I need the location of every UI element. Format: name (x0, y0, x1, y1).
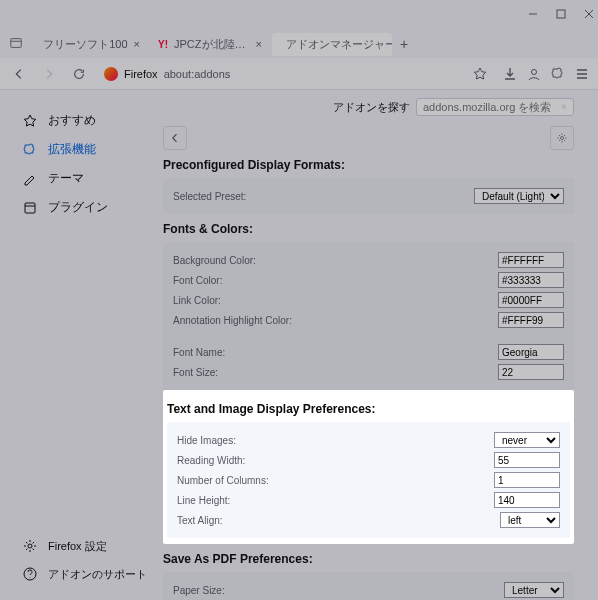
addon-back-button[interactable] (163, 126, 187, 150)
yahoo-icon: Y! (158, 37, 168, 51)
tab-2[interactable]: アドオンマネージャー× (272, 33, 392, 56)
sidebar-item-label: Firefox 設定 (48, 539, 107, 554)
columns-label: Number of Columns: (177, 475, 494, 486)
hide-images-select[interactable]: never (494, 432, 560, 448)
downloads-icon[interactable] (502, 66, 518, 82)
font-color-label: Font Color: (173, 275, 498, 286)
fonts-colors-title: Fonts & Colors: (163, 222, 574, 236)
bg-color-input[interactable] (498, 252, 564, 268)
sidebar-item-label: テーマ (48, 170, 84, 187)
selected-preset-select[interactable]: Default (Light) (474, 188, 564, 204)
search-label: アドオンを探す (333, 100, 410, 115)
reading-width-input[interactable] (494, 452, 560, 468)
window-controls (0, 0, 598, 30)
text-align-select[interactable]: left (500, 512, 560, 528)
menu-icon[interactable] (574, 66, 590, 82)
close-icon[interactable]: × (256, 38, 262, 50)
line-height-input[interactable] (494, 492, 560, 508)
pdf-prefs-box: Paper Size:Letter Include Header/Footer:… (163, 572, 574, 600)
bg-color-label: Background Color: (173, 255, 498, 266)
search-input[interactable] (423, 101, 561, 113)
font-name-label: Font Name: (173, 347, 498, 358)
svg-point-3 (532, 69, 537, 74)
sidebar-item-recommend[interactable]: おすすめ (18, 106, 155, 135)
address-bar[interactable]: Firefox about:addons (98, 66, 494, 82)
url-prefix: Firefox (124, 68, 158, 80)
minimize-button[interactable] (528, 9, 538, 21)
text-image-section: Text and Image Display Preferences: Hide… (163, 390, 574, 544)
svg-rect-4 (25, 203, 35, 213)
text-image-title: Text and Image Display Preferences: (167, 402, 570, 416)
sidebar-item-themes[interactable]: テーマ (18, 164, 155, 193)
forward-button[interactable] (38, 63, 60, 85)
link-color-input[interactable] (498, 292, 564, 308)
annotation-color-input[interactable] (498, 312, 564, 328)
svg-rect-2 (36, 44, 37, 45)
recent-tabs-button[interactable] (6, 36, 26, 52)
paper-size-label: Paper Size: (173, 585, 504, 596)
font-size-input[interactable] (498, 364, 564, 380)
search-icon (561, 101, 567, 113)
text-align-label: Text Align: (177, 515, 500, 526)
annotation-color-label: Annotation Highlight Color: (173, 315, 498, 326)
svg-point-8 (561, 137, 564, 140)
fonts-colors-box: Background Color: Font Color: Link Color… (163, 242, 574, 390)
sidebar-item-label: アドオンのサポート (48, 567, 147, 582)
url-text: about:addons (164, 68, 231, 80)
sidebar-item-label: 拡張機能 (48, 141, 96, 158)
bookmark-icon[interactable] (472, 66, 488, 82)
main-content: アドオンを探す Preconfigured Display Formats: S… (155, 90, 598, 600)
preconfigured-formats-box: Selected Preset:Default (Light) (163, 178, 574, 214)
sidebar-item-label: プラグイン (48, 199, 108, 216)
line-height-label: Line Height: (177, 495, 494, 506)
hide-images-label: Hide Images: (177, 435, 494, 446)
maximize-button[interactable] (556, 9, 566, 21)
svg-rect-0 (557, 10, 565, 18)
sidebar-addon-support[interactable]: アドオンのサポート (18, 560, 155, 588)
font-name-input[interactable] (498, 344, 564, 360)
addon-search[interactable] (416, 98, 574, 116)
svg-point-5 (28, 544, 32, 548)
tab-label: JPCZが北陸直撃 平地も積雪急増 (174, 37, 250, 52)
tab-1[interactable]: Y!JPCZが北陸直撃 平地も積雪急増× (150, 33, 270, 56)
extensions-icon[interactable] (550, 66, 566, 82)
sidebar-item-extensions[interactable]: 拡張機能 (18, 135, 155, 164)
close-icon[interactable]: × (134, 38, 140, 50)
columns-input[interactable] (494, 472, 560, 488)
reload-button[interactable] (68, 63, 90, 85)
svg-point-7 (562, 105, 565, 108)
tab-0[interactable]: フリーソフト100× (28, 33, 148, 56)
toolbar: Firefox about:addons (0, 58, 598, 90)
sidebar: おすすめ 拡張機能 テーマ プラグイン Firefox 設定 アドオンのサポート (0, 90, 155, 600)
selected-preset-label: Selected Preset: (173, 191, 474, 202)
sidebar-item-label: おすすめ (48, 112, 96, 129)
preconfigured-formats-title: Preconfigured Display Formats: (163, 158, 574, 172)
svg-rect-1 (11, 39, 22, 48)
sidebar-item-plugins[interactable]: プラグイン (18, 193, 155, 222)
tab-label: アドオンマネージャー (286, 37, 392, 52)
reading-width-label: Reading Width: (177, 455, 494, 466)
account-icon[interactable] (526, 66, 542, 82)
font-size-label: Font Size: (173, 367, 498, 378)
close-window-button[interactable] (584, 9, 594, 21)
tab-label: フリーソフト100 (43, 37, 127, 52)
pdf-prefs-title: Save As PDF Preferences: (163, 552, 574, 566)
new-tab-button[interactable]: + (394, 36, 414, 52)
back-button[interactable] (8, 63, 30, 85)
tab-strip: フリーソフト100× Y!JPCZが北陸直撃 平地も積雪急増× アドオンマネージ… (0, 30, 598, 58)
doc-icon (36, 37, 37, 51)
paper-size-select[interactable]: Letter (504, 582, 564, 598)
addon-settings-button[interactable] (550, 126, 574, 150)
link-color-label: Link Color: (173, 295, 498, 306)
firefox-icon (104, 67, 118, 81)
sidebar-firefox-settings[interactable]: Firefox 設定 (18, 532, 155, 560)
font-color-input[interactable] (498, 272, 564, 288)
